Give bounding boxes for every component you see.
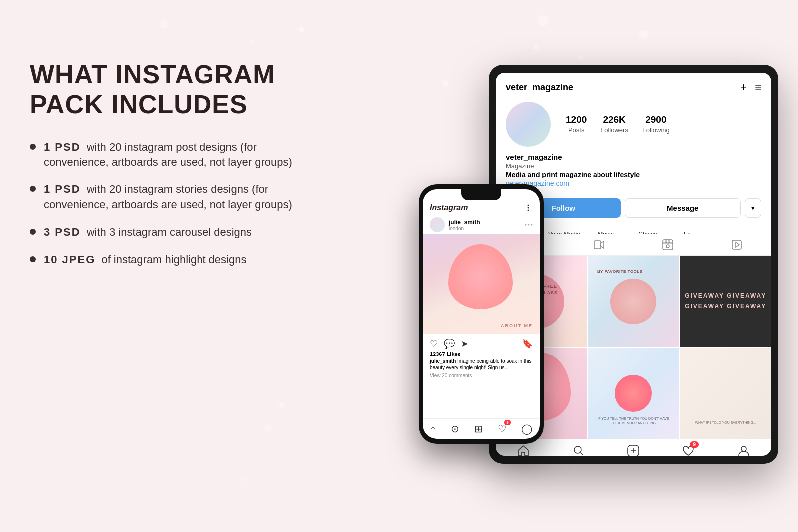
bullet-dot — [30, 256, 36, 262]
instagram-logo: Instagram — [430, 203, 468, 212]
svg-point-9 — [666, 245, 669, 248]
grid-text: MY FAVORITE TOOLS — [597, 269, 643, 274]
list-item: 3 PSD with 3 instagram carousel designs — [30, 225, 304, 240]
svg-point-16 — [528, 210, 529, 211]
message-button[interactable]: Message — [625, 198, 741, 218]
phone-post-actions: ♡ 💬 ➤ 🔖 — [423, 334, 540, 351]
avatar — [506, 102, 551, 147]
dropdown-button[interactable]: ▾ — [745, 198, 761, 218]
phone-likes: 12367 Likes — [423, 351, 540, 357]
phone-user-row: julie_smith london — [423, 215, 540, 234]
devices-area: veter_magazine + ≡ 1200 Posts — [349, 25, 798, 509]
home-nav-icon[interactable] — [517, 444, 530, 456]
phone-action-left: ♡ 💬 ➤ — [430, 338, 468, 349]
ig-profile-section: 1200 Posts 226K Followers 2900 Following — [496, 98, 771, 153]
grid-text: WHAT IF I TOLD YOU EVERYTHING... — [689, 420, 762, 425]
svg-rect-6 — [663, 243, 673, 244]
bullet-text: 10 JPEG of instagram highlight designs — [44, 252, 246, 268]
phone-user-info: julie_smith london — [449, 219, 480, 231]
svg-rect-4 — [594, 241, 601, 249]
svg-rect-7 — [666, 240, 667, 243]
svg-point-19 — [531, 224, 533, 226]
search-nav-icon[interactable] — [572, 444, 585, 456]
svg-point-13 — [741, 446, 746, 451]
phone-comments-link[interactable]: View 20 comments — [423, 372, 540, 379]
bullet-dot — [30, 229, 36, 235]
phone-screen: Instagram julie_smith london — [423, 189, 540, 439]
grid-overlay — [615, 375, 651, 411]
list-item: 10 JPEG of instagram highlight designs — [30, 252, 304, 268]
bullet-text: 1 PSD with 20 instagram post designs (fo… — [44, 140, 304, 171]
bullet-dot — [30, 186, 36, 192]
heart-nav-icon[interactable]: 9 — [682, 444, 695, 456]
list-item: 1 PSD with 20 instagram post designs (fo… — [30, 140, 304, 171]
comment-icon[interactable]: 💬 — [444, 338, 455, 349]
phone-frame: Instagram julie_smith london — [419, 184, 544, 444]
home-nav[interactable]: ⌂ — [430, 423, 436, 435]
like-icon[interactable]: ♡ — [430, 338, 438, 349]
phone-notch — [461, 189, 501, 200]
menu-icon[interactable]: ≡ — [755, 81, 761, 94]
share-icon[interactable]: ➤ — [461, 338, 468, 349]
ig-category: Magazine — [506, 162, 761, 170]
grid-cell-3[interactable]: GIVEAWAY GIVEAWAY GIVEAWAY GIVEAWAY — [680, 256, 771, 347]
grid-img: WHAT IF I TOLD YOU EVERYTHING... — [680, 348, 771, 439]
bookmark-icon[interactable]: 🔖 — [522, 338, 533, 349]
grid-img: MY FAVORITE TOOLS — [588, 256, 679, 347]
phone-avatar — [430, 217, 445, 232]
svg-point-14 — [528, 205, 529, 206]
grid-img: IF YOU TELL THE TRUTH YOU DON'T HAVE TO … — [588, 348, 679, 439]
ig-website-link[interactable]: veter-magazine.com — [506, 179, 761, 187]
svg-rect-10 — [732, 240, 741, 249]
svg-point-15 — [528, 207, 529, 209]
ig-username-top: veter_magazine — [506, 82, 573, 93]
main-title: WHAT INSTAGRAM PACK INCLUDES — [30, 60, 304, 120]
search-nav[interactable]: ⊙ — [451, 423, 459, 435]
grid-img: GIVEAWAY GIVEAWAY GIVEAWAY GIVEAWAY — [680, 256, 771, 347]
phone-user-info-row: julie_smith london — [430, 217, 480, 232]
grid-overlay — [610, 279, 656, 324]
tagged-tab[interactable] — [730, 238, 743, 251]
svg-point-17 — [525, 224, 527, 226]
options-icon[interactable] — [525, 221, 533, 228]
ig-bio-text: Media and print magazine about lifestyle — [506, 171, 761, 178]
ig-display-name: veter_magazine — [506, 153, 761, 161]
ig-stats: 1200 Posts 226K Followers 2900 Following — [566, 114, 761, 134]
grid-cell-2[interactable]: MY FAVORITE TOOLS — [588, 256, 679, 347]
video-tab[interactable] — [593, 238, 605, 251]
svg-point-11 — [574, 446, 581, 453]
phone-device: Instagram julie_smith london — [419, 184, 544, 444]
feature-list: 1 PSD with 20 instagram post designs (fo… — [30, 140, 304, 268]
left-content: WHAT INSTAGRAM PACK INCLUDES 1 PSD with … — [30, 60, 304, 279]
add-icon[interactable]: + — [740, 81, 747, 94]
svg-point-18 — [528, 224, 530, 226]
add-nav[interactable]: ⊞ — [474, 423, 483, 435]
phone-caption: julie_smith Imagine being able to soak i… — [423, 357, 540, 372]
list-item: 1 PSD with 20 instagram stories designs … — [30, 182, 304, 213]
reels-tab[interactable] — [661, 238, 674, 251]
bullet-dot — [30, 144, 36, 150]
ig-stat-posts: 1200 Posts — [566, 114, 587, 134]
grid-text: IF YOU TELL THE TRUTH YOU DON'T HAVE TO … — [597, 416, 670, 425]
profile-nav-icon[interactable] — [737, 444, 750, 456]
bullet-text: 1 PSD with 20 instagram stories designs … — [44, 182, 304, 213]
profile-nav[interactable]: ◯ — [521, 423, 532, 435]
ig-header-icons: + ≡ — [740, 81, 761, 94]
ig-header: veter_magazine + ≡ — [496, 73, 771, 98]
grid-cell-6[interactable]: WHAT IF I TOLD YOU EVERYTHING... — [680, 348, 771, 439]
ig-stat-following: 2900 Following — [642, 114, 670, 134]
grid-cell-5[interactable]: IF YOU TELL THE TRUTH YOU DON'T HAVE TO … — [588, 348, 679, 439]
phone-post-image: ABOUT ME — [423, 234, 540, 334]
svg-rect-8 — [669, 240, 670, 243]
notification-badge: 9 — [690, 441, 699, 448]
heart-nav[interactable]: ♡9 — [498, 423, 507, 435]
ig-stat-followers: 226K Followers — [600, 114, 628, 134]
phone-bottom-nav: ⌂ ⊙ ⊞ ♡9 ◯ — [423, 418, 540, 439]
add-nav-icon[interactable] — [627, 444, 640, 456]
bullet-text: 3 PSD with 3 instagram carousel designs — [44, 225, 252, 240]
post-label: ABOUT ME — [501, 323, 533, 328]
more-options-icon[interactable] — [524, 204, 533, 211]
phone-notification-badge: 9 — [504, 420, 510, 425]
